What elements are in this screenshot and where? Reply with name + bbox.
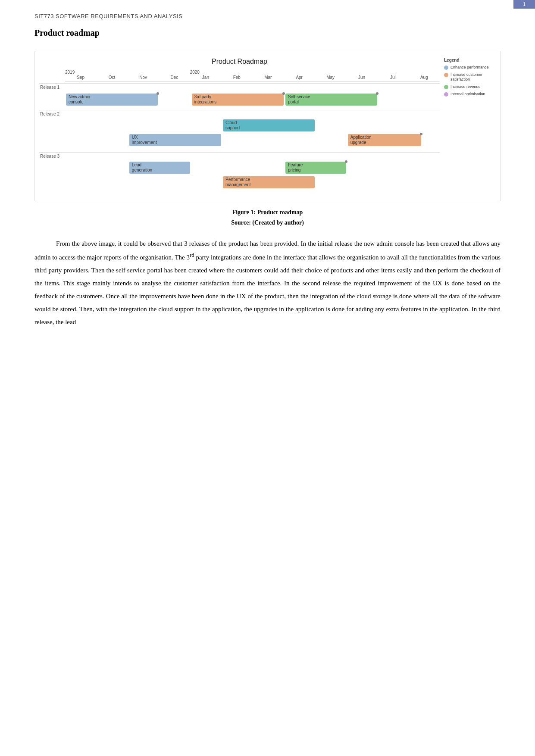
bar-dot-3 xyxy=(376,92,379,95)
bar-dot-5 xyxy=(345,160,347,163)
legend-dot-increase-cust xyxy=(444,73,448,77)
year-2020: 2020 xyxy=(190,70,221,75)
bar-3rd-party: 3rd party integrations xyxy=(192,94,284,106)
r2-sep xyxy=(65,119,96,149)
r3-aug xyxy=(409,161,440,191)
year-2019: 2019 xyxy=(65,70,96,75)
page-number: 1 xyxy=(523,1,526,7)
year-empty-dec xyxy=(159,70,190,75)
source-caption: Source: (Created by author) xyxy=(34,219,501,226)
bar-cloud-support-label: Cloud support xyxy=(225,120,240,131)
bar-new-admin-console: New admin console xyxy=(66,94,158,106)
month-nov: Nov xyxy=(128,75,159,80)
roadmap-title: Product Roadmap xyxy=(39,58,440,66)
legend-item-4: Internal optimisation xyxy=(444,92,496,97)
month-dec: Dec xyxy=(159,75,190,80)
legend-text-increase-rev: Increase revenue xyxy=(451,84,481,90)
year-empty-jul xyxy=(377,70,408,75)
legend-item-2: Increase customer satisfaction xyxy=(444,72,496,82)
legend-dot-increase-rev xyxy=(444,85,448,89)
release-2-label: Release 2 xyxy=(39,110,440,117)
bar-ux-improvement-label: UX improvement xyxy=(132,135,157,145)
r3-jul xyxy=(377,161,408,191)
month-sep: Sep xyxy=(65,75,96,80)
year-empty-jun xyxy=(346,70,377,75)
bar-cloud-support: Cloud support xyxy=(223,119,315,131)
release-2-section: Release 2 xyxy=(39,110,440,150)
release-3-label: Release 3 xyxy=(39,153,440,159)
r3-sep xyxy=(65,161,96,191)
r3-jun xyxy=(346,161,377,191)
month-aug: Aug xyxy=(409,75,440,80)
year-empty-apr xyxy=(284,70,315,75)
legend-title: Legend xyxy=(444,58,496,62)
legend-dot-enhance xyxy=(444,66,448,70)
bar-application-upgrade: Application upgrade xyxy=(348,134,421,146)
legend-item-1: Enhance performance xyxy=(444,65,496,70)
roadmap-legend: Legend Enhance performance Increase cust… xyxy=(440,58,496,99)
bar-self-service-portal-label: Self service portal xyxy=(288,94,310,105)
month-apr: Apr xyxy=(284,75,315,80)
legend-text-internal: Internal optimisation xyxy=(451,92,485,97)
month-jul: Jul xyxy=(377,75,408,80)
month-jan: Jan xyxy=(190,75,221,80)
bar-dot-1 xyxy=(156,92,159,95)
year-empty-may xyxy=(315,70,346,75)
year-empty-nov xyxy=(128,70,159,75)
year-empty-aug xyxy=(409,70,440,75)
year-empty-feb xyxy=(221,70,252,75)
section-heading: Product roadmap xyxy=(34,28,501,38)
bar-self-service-portal: Self service portal xyxy=(285,94,377,106)
roadmap-container: Product Roadmap 2019 2020 Sep Oct Nov xyxy=(34,51,501,201)
header-title: SIT773 SOFTWARE REQUIREMENTS AND ANALYSI… xyxy=(34,13,182,19)
bar-lead-generation: Lead generation xyxy=(129,162,190,174)
body-text: From the above image, it could be observ… xyxy=(34,237,501,328)
bar-3rd-party-label: 3rd party integrations xyxy=(194,94,217,105)
page-header: SIT773 SOFTWARE REQUIREMENTS AND ANALYSI… xyxy=(34,13,501,19)
bar-dot-4 xyxy=(420,133,422,135)
bar-performance-management-label: Performance management xyxy=(225,177,250,187)
release-3-section: Release 3 xyxy=(39,152,440,192)
bar-ux-improvement: UX improvement xyxy=(129,134,221,146)
month-may: May xyxy=(315,75,346,80)
month-feb: Feb xyxy=(221,75,252,80)
r2-oct xyxy=(96,119,127,149)
year-empty-mar xyxy=(253,70,284,75)
page-number-box: 1 xyxy=(513,0,535,9)
bar-lead-generation-label: Lead generation xyxy=(132,162,152,173)
month-mar: Mar xyxy=(253,75,284,80)
legend-text-enhance: Enhance performance xyxy=(451,65,489,70)
figure-caption: Figure 1: Product roadmap xyxy=(34,209,501,216)
legend-item-3: Increase revenue xyxy=(444,84,496,90)
bar-application-upgrade-label: Application upgrade xyxy=(350,135,372,145)
r3-oct xyxy=(96,161,127,191)
bar-new-admin-console-label: New admin console xyxy=(69,94,90,105)
legend-text-increase-cust: Increase customer satisfaction xyxy=(451,72,496,82)
roadmap-main: Product Roadmap 2019 2020 Sep Oct Nov xyxy=(39,58,440,194)
r2-may xyxy=(315,119,346,149)
legend-dot-internal xyxy=(444,92,448,97)
bar-feature-pricing: Feature pricing xyxy=(285,162,346,174)
month-oct: Oct xyxy=(96,75,127,80)
release-1-label: Release 1 xyxy=(39,84,440,91)
month-jun: Jun xyxy=(346,75,377,80)
release-1-section: Release 1 xyxy=(39,83,440,108)
bar-feature-pricing-label: Feature pricing xyxy=(288,162,303,173)
r3-jan xyxy=(190,161,221,191)
year-empty-oct xyxy=(96,70,127,75)
page-container: 1 SIT773 SOFTWARE REQUIREMENTS AND ANALY… xyxy=(0,0,535,756)
bar-dot-2 xyxy=(282,92,285,95)
bar-performance-management: Performance management xyxy=(223,176,315,188)
